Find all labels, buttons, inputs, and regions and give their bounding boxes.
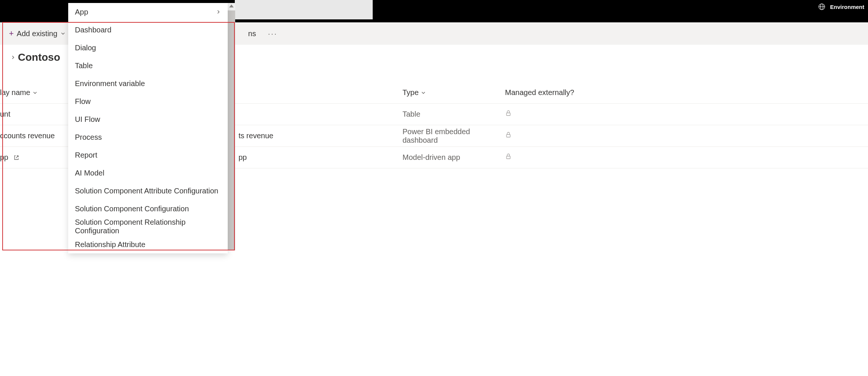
dropdown-item-relationship-attribute[interactable]: Relationship Attribute — [68, 236, 228, 253]
dropdown-item-label: Solution Component Configuration — [75, 205, 189, 213]
dropdown-item-solution-component-relationship-configuration[interactable]: Solution Component Relationship Configur… — [68, 218, 228, 236]
dropdown-item-label: Dialog — [75, 44, 96, 52]
column-header-type[interactable]: Type — [403, 88, 505, 97]
open-external-icon[interactable] — [13, 155, 19, 161]
dropdown-item-label: Solution Component Attribute Configurati… — [75, 187, 218, 195]
dropdown-item-report[interactable]: Report — [68, 146, 228, 164]
add-existing-dropdown: AppDashboardDialogTableEnvironment varia… — [68, 3, 228, 253]
dropdown-item-label: Flow — [75, 97, 91, 106]
dropdown-item-app[interactable]: App — [68, 3, 228, 21]
scroll-up-arrow[interactable] — [229, 4, 234, 7]
cell-name-partial: ts revenue — [239, 132, 403, 140]
dropdown-item-label: App — [75, 8, 88, 16]
dropdown-item-label: Table — [75, 61, 93, 70]
svg-rect-5 — [506, 156, 510, 159]
cell-type: Model-driven app — [403, 153, 505, 162]
svg-rect-4 — [506, 135, 510, 137]
cell-name-partial: pp — [239, 153, 403, 162]
cell-managed — [505, 132, 580, 140]
chevron-down-icon — [32, 90, 38, 95]
dropdown-item-label: AI Model — [75, 169, 104, 177]
dropdown-item-process[interactable]: Process — [68, 128, 228, 146]
dropdown-item-dialog[interactable]: Dialog — [68, 39, 228, 57]
dropdown-item-solution-component-attribute-configuration[interactable]: Solution Component Attribute Configurati… — [68, 182, 228, 200]
plus-icon: + — [9, 29, 14, 38]
cell-managed — [505, 110, 580, 119]
dropdown-item-label: UI Flow — [75, 115, 100, 124]
column-header-managed[interactable]: Managed externally? — [505, 88, 580, 97]
lock-icon — [505, 110, 512, 117]
dropdown-item-label: Dashboard — [75, 26, 111, 34]
globe-icon — [818, 3, 826, 10]
chevron-right-icon — [216, 9, 221, 15]
dropdown-scrollbar[interactable] — [228, 3, 235, 250]
dropdown-item-ai-model[interactable]: AI Model — [68, 164, 228, 182]
page-title: Contoso — [18, 51, 60, 63]
svg-rect-3 — [506, 113, 510, 116]
chevron-down-icon — [421, 90, 426, 95]
chevron-down-icon — [60, 31, 66, 36]
cell-type: Table — [403, 110, 505, 119]
dropdown-item-label: Process — [75, 133, 102, 142]
dropdown-item-dashboard[interactable]: Dashboard — [68, 21, 228, 39]
add-existing-button[interactable]: + Add existing — [4, 26, 70, 41]
more-commands-button[interactable]: ··· — [263, 26, 282, 41]
dropdown-item-label: Report — [75, 151, 97, 159]
dropdown-item-solution-component-configuration[interactable]: Solution Component Configuration — [68, 200, 228, 218]
cell-managed — [505, 153, 580, 162]
environment-label: Environment — [830, 4, 864, 10]
scrollbar-thumb[interactable] — [228, 10, 235, 250]
lock-icon — [505, 132, 512, 138]
dropdown-item-label: Relationship Attribute — [75, 240, 145, 249]
dropdown-item-label: Environment variable — [75, 79, 145, 88]
add-existing-label: Add existing — [17, 29, 57, 38]
dropdown-item-environment-variable[interactable]: Environment variable — [68, 75, 228, 92]
dropdown-item-ui-flow[interactable]: UI Flow — [68, 110, 228, 128]
dropdown-item-flow[interactable]: Flow — [68, 92, 228, 110]
search-area[interactable] — [235, 0, 373, 19]
environment-section[interactable]: Environment — [818, 3, 864, 10]
command-item-partial[interactable]: ns — [244, 26, 261, 41]
dropdown-item-table[interactable]: Table — [68, 57, 228, 75]
chevron-right-icon[interactable] — [10, 55, 16, 60]
dropdown-item-label: Solution Component Relationship Configur… — [75, 218, 221, 235]
cell-type: Power BI embedded dashboard — [403, 127, 505, 145]
lock-icon — [505, 153, 512, 160]
